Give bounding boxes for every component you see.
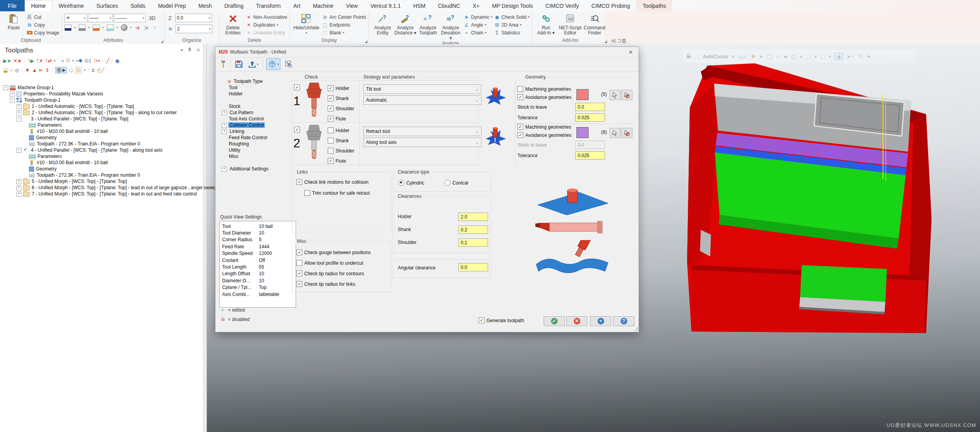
select-box-cursor-icon[interactable]: ⬚ xyxy=(806,54,811,59)
menu-tab-drafting[interactable]: Drafting xyxy=(218,0,250,11)
machining-geometries-checkbox[interactable]: Machining geometries xyxy=(517,86,571,92)
select-solid-face-icon[interactable]: ▱ xyxy=(776,54,780,59)
analyze-deviation-button[interactable]: ≋?AnalyzeDeviation ▾ xyxy=(439,12,462,41)
verify-icon[interactable]: ⎘ xyxy=(66,57,70,64)
tree-expand-toggle[interactable]: + xyxy=(16,185,22,190)
help-icon[interactable]: ◉ xyxy=(115,58,119,64)
non-associative-button[interactable]: ✕Non-Associative xyxy=(246,13,287,21)
checkbox-box[interactable] xyxy=(328,138,334,143)
select-solid-body-icon[interactable]: ▰ xyxy=(784,54,788,59)
checkbox-box[interactable] xyxy=(517,124,523,130)
menu-tab-mesh[interactable]: Mesh xyxy=(192,0,218,11)
cut-button[interactable]: Cut xyxy=(27,13,59,21)
check-gouge-between-positions-checkbox[interactable]: Check gouge between positions xyxy=(296,249,371,255)
help-button[interactable]: ? xyxy=(613,316,634,326)
tree-item-parameters[interactable]: Parameters xyxy=(2,122,202,128)
select-shape-icon[interactable]: ⬡ xyxy=(69,67,73,73)
radio-circle[interactable] xyxy=(398,180,404,186)
tree-item-toolpath-272-3k-train-eia-program-number[interactable]: Toolpath - 272.3K - Train.EIA - Program … xyxy=(2,172,202,178)
mesh-color-button[interactable] xyxy=(107,25,114,31)
regen-selected-icon[interactable]: ⊺▶ xyxy=(28,58,34,64)
window-caret[interactable]: ▾ xyxy=(829,54,831,59)
level-combo[interactable]: 2▾ xyxy=(176,25,212,33)
panel-pin-icon[interactable] xyxy=(188,47,192,53)
save-parameters-button[interactable] xyxy=(234,59,244,69)
menu-tab-hsm[interactable]: HSM xyxy=(407,0,432,11)
tree-expand-toggle[interactable]: − xyxy=(10,98,15,103)
arc-center-points-button[interactable]: ⊘Arc Center Points xyxy=(322,13,366,21)
checkbox-box[interactable] xyxy=(517,86,523,92)
row-1-enable-checkbox[interactable] xyxy=(294,84,300,90)
dialog-titlebar[interactable]: M25 Multiaxis Toolpath - Unified ✕ xyxy=(215,47,639,57)
checkbox-box[interactable] xyxy=(517,94,523,100)
window-select-icon[interactable]: ▢ xyxy=(820,54,825,59)
tree-item-5-unified-morph-wcs-top-tplane-top[interactable]: +5 - Unified Morph - [WCS: Top] - [Tplan… xyxy=(2,178,202,185)
export-parameters-button[interactable]: ▾ xyxy=(247,59,260,69)
menu-tab-x[interactable]: X+ xyxy=(467,0,486,11)
checkbox-box[interactable] xyxy=(328,85,334,91)
tree-item-parameters[interactable]: Parameters xyxy=(2,153,202,160)
strategy-dropdown[interactable]: Tilt tool⌄ xyxy=(363,84,481,94)
select-verify-icon[interactable]: ➤✓ xyxy=(847,54,855,59)
trim-contour-for-safe-retract-checkbox[interactable]: Trim contour for safe retract xyxy=(304,190,370,196)
generate-toolpath-box[interactable] xyxy=(479,317,485,323)
menu-tab-home[interactable]: Home xyxy=(25,0,52,11)
toggle-display-icon[interactable]: ≈ xyxy=(10,67,13,73)
tree-expand-toggle[interactable]: + xyxy=(16,104,22,109)
menu-tab-art[interactable]: Art xyxy=(287,0,307,11)
machining-geometries-checkbox[interactable]: Machining geometries xyxy=(517,124,571,130)
check-shank-checkbox[interactable]: Shank xyxy=(328,95,349,101)
dialog-tree-roughing[interactable]: Roughing xyxy=(221,141,291,147)
point-style-combo[interactable]: ✳▾ xyxy=(65,14,87,22)
hourglass-icon[interactable]: ⧗ xyxy=(92,67,95,73)
panel-menu-caret-icon[interactable]: ▾ xyxy=(181,47,183,53)
analyze-chain-button[interactable]: ⌁Chain▾ xyxy=(463,29,492,36)
checkbox-box[interactable] xyxy=(296,249,302,255)
tree-item-geometry[interactable]: Geometry xyxy=(2,166,202,172)
attribute-manager-icon[interactable]: ⁙ xyxy=(152,25,158,30)
analyze-2d-area-button[interactable]: ⊞2D Area▾ xyxy=(494,21,529,29)
net-script-editor-button[interactable]: C#NET-ScriptEditor xyxy=(559,12,582,36)
tree-expand-toggle[interactable]: + xyxy=(16,192,22,197)
dialog-tree-linking[interactable]: +Linking xyxy=(221,128,291,134)
rotate-select-icon[interactable]: ↻ xyxy=(859,54,863,59)
checkbox-box[interactable] xyxy=(296,271,302,276)
row-2-enable-checkbox[interactable] xyxy=(294,127,300,133)
lock-icon[interactable] xyxy=(686,53,691,60)
avoidance-color-swatch[interactable] xyxy=(576,127,589,138)
select-geometry-button[interactable] xyxy=(610,128,621,138)
menu-tab-vericut-9-1-1[interactable]: Vericut 9.1.1 xyxy=(364,0,407,11)
g1-post-icon[interactable]: G1 xyxy=(84,58,91,64)
apply-new-button[interactable]: + xyxy=(590,316,611,326)
cancel-button[interactable]: ✕ xyxy=(566,316,587,326)
select-wireframe-icon[interactable]: ◫ xyxy=(791,54,796,59)
run-add-in-button[interactable]: RunAdd-In ▾ xyxy=(535,12,557,36)
match-attributes-icon[interactable]: ⇲ xyxy=(143,25,149,30)
dialog-tree-holder[interactable]: Holder xyxy=(221,91,291,97)
scroll-insert-icon[interactable]: ⇕ xyxy=(45,67,49,73)
tree-item-4-unified-parallel-wcs-top-tplane-top-al[interactable]: −4 - Unified Parallel - [WCS: Top] - [Tp… xyxy=(2,147,202,153)
menu-tab-transform[interactable]: Transform xyxy=(250,0,287,11)
tree-expand-toggle[interactable]: − xyxy=(3,85,8,90)
analyze-entity-button[interactable]: ?AnalyzeEntity xyxy=(371,12,394,41)
conical-radio[interactable]: Conical xyxy=(445,180,468,186)
checkbox-box[interactable] xyxy=(328,95,334,101)
line-width-combo[interactable]: ———▾ xyxy=(114,14,146,22)
copy-button[interactable]: ⧉ Copy xyxy=(27,21,59,29)
blank-button[interactable]: ⬚Blank▾ xyxy=(322,29,366,36)
mode-3d-toggle[interactable]: 3D xyxy=(149,15,156,21)
check-shank-checkbox[interactable]: Shank xyxy=(328,138,349,143)
tree-item-geometry[interactable]: Geometry xyxy=(2,134,202,141)
post-selected-icon[interactable]: ⊺↦ xyxy=(93,58,101,64)
line-style-combo[interactable]: ——▾ xyxy=(88,14,113,22)
dialog-tree-toolpath-type[interactable]: ⊘Toolpath Type xyxy=(221,78,291,84)
tolerance-field[interactable]: 0.025 xyxy=(575,113,605,122)
check-holder-checkbox[interactable]: Holder xyxy=(328,127,349,133)
regen-all-icon[interactable]: ⊺⇄ xyxy=(45,58,52,64)
radio-circle[interactable] xyxy=(445,180,451,186)
dialog-tree-collision-control[interactable]: +Collision Control xyxy=(221,122,291,128)
dialog-tree-tool[interactable]: Tool xyxy=(221,84,291,91)
autocursor-caret[interactable]: ▾ xyxy=(732,54,735,59)
select-geometry-button[interactable] xyxy=(610,90,621,100)
select-window-icon[interactable]: ⦿➤ xyxy=(55,67,67,73)
